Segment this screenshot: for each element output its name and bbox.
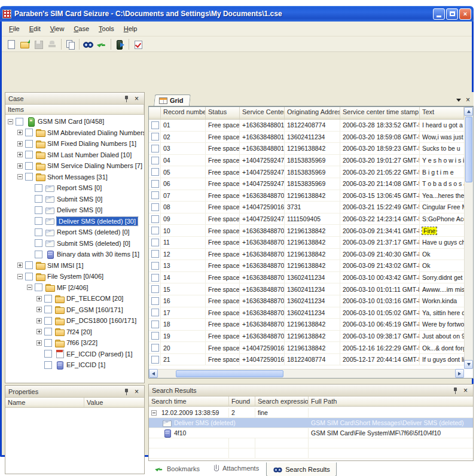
copy-button[interactable]	[63, 38, 77, 51]
checkbox[interactable]	[25, 273, 33, 280]
grid-row[interactable]: 03Free space+16363848801121961388422006-…	[149, 143, 464, 155]
tree-item[interactable]: Submit SMS (deleted) [0]	[5, 238, 144, 249]
pin-button[interactable]	[122, 94, 131, 103]
collapse-icon[interactable]	[17, 174, 23, 179]
tab-search-results[interactable]: Search Results	[266, 462, 337, 476]
checkbox[interactable]	[25, 261, 33, 269]
checkbox[interactable]	[151, 133, 159, 141]
tree-item[interactable]: DF_DCS1800 [160/171]	[5, 315, 144, 327]
checkbox[interactable]	[44, 295, 52, 303]
checkbox[interactable]	[151, 309, 159, 316]
expand-icon[interactable]	[36, 307, 42, 312]
checkbox[interactable]	[25, 129, 33, 136]
checkbox[interactable]	[35, 228, 42, 236]
grid-row[interactable]: 11Free space+16363848870121961388422006-…	[149, 237, 464, 249]
grid-row[interactable]: 15Free space+16363848870136024112342006-…	[149, 283, 464, 295]
expand-icon[interactable]	[36, 340, 42, 346]
close-button[interactable]: ×	[459, 8, 471, 20]
expand-icon[interactable]	[36, 329, 42, 334]
grid-row[interactable]: 13Free space+16363848870121961388422006-…	[149, 260, 464, 272]
checkbox[interactable]	[151, 344, 159, 352]
grid-row[interactable]: 09Free space+1404725924711115094052006-0…	[149, 213, 464, 225]
tree-item[interactable]: SIM IMSI [1]	[5, 260, 144, 271]
checkbox[interactable]	[151, 203, 159, 211]
tree-item[interactable]: 7f66 [3/22]	[5, 337, 144, 349]
tree-item[interactable]: GSM SIM Card [0/458]	[5, 116, 144, 127]
tree-item[interactable]: SIM Abbreviated Dialing Numbers ...	[5, 127, 144, 139]
checkbox[interactable]	[151, 239, 159, 246]
grid-row[interactable]: 10Free space+16363848870121961388422006-…	[149, 225, 464, 237]
tree-item[interactable]: SIM Last Number Dialed [10]	[5, 149, 144, 161]
menu-item-tools[interactable]: Tools	[94, 23, 119, 34]
expand-icon[interactable]	[17, 263, 23, 268]
tree-item[interactable]: Short Messages [31]	[5, 172, 144, 183]
checkbox[interactable]	[25, 173, 33, 181]
tree-item[interactable]: File System [0/406]	[5, 271, 144, 282]
expand-icon[interactable]	[17, 130, 23, 135]
tab-bookmarks[interactable]: Bookmarks	[148, 462, 206, 475]
grid-row[interactable]: 04Free space+14047259247181538359692006-…	[149, 155, 464, 167]
tree-item[interactable]: Report SMS (deleted) [0]	[5, 227, 144, 238]
column-header-status[interactable]: Status	[206, 107, 240, 119]
options-button[interactable]	[131, 38, 145, 51]
checkbox[interactable]	[44, 339, 52, 347]
search-close-button[interactable]: ×	[461, 386, 470, 395]
checkbox[interactable]	[35, 184, 42, 192]
grid-row[interactable]: 14Free space+16363848870136024112342006-…	[149, 272, 464, 284]
name-column-header[interactable]: Name	[5, 398, 84, 407]
open-folder-button[interactable]	[18, 38, 32, 51]
scroll-right-button[interactable]	[455, 369, 464, 378]
checkbox[interactable]	[151, 356, 159, 364]
minimize-button[interactable]	[433, 8, 445, 20]
checkbox[interactable]	[44, 306, 52, 313]
checkbox[interactable]	[35, 283, 42, 291]
menu-item-view[interactable]: View	[45, 23, 69, 34]
value-column-header[interactable]: Value	[84, 398, 105, 407]
search-result-row[interactable]: Deliver SMS (deleted)GSM SIM Card\Short …	[149, 418, 473, 428]
tree-item[interactable]: 7f24 [20]	[5, 327, 144, 338]
grid-vertical-scrollbar[interactable]	[464, 107, 473, 369]
checkbox[interactable]	[151, 285, 159, 293]
search-button[interactable]	[81, 38, 95, 51]
tree-item[interactable]: SIM Fixed Dialing Numbers [1]	[5, 138, 144, 149]
checkbox[interactable]	[151, 321, 159, 328]
column-header-time[interactable]: Service center time stamp	[340, 107, 420, 119]
grid-row[interactable]: 01Free space+16363848801181224087742006-…	[149, 120, 464, 132]
checkbox[interactable]	[35, 239, 42, 247]
column-header-expr[interactable]: Search expression	[255, 396, 309, 406]
expand-icon[interactable]	[17, 163, 23, 169]
checkbox[interactable]	[151, 332, 159, 340]
checkbox[interactable]	[151, 157, 159, 164]
collapse-icon[interactable]	[17, 274, 23, 279]
checkbox[interactable]	[35, 206, 42, 214]
tree-item[interactable]: DF_TELECOM [20]	[5, 293, 144, 304]
checkbox[interactable]	[44, 328, 52, 335]
checkbox[interactable]	[44, 317, 52, 325]
column-header-time[interactable]: Search time	[149, 396, 229, 406]
grid-close-icon[interactable]: ×	[466, 96, 470, 103]
checkbox[interactable]	[35, 195, 42, 203]
checkbox[interactable]	[151, 121, 159, 129]
checkbox[interactable]	[25, 140, 33, 148]
checkbox[interactable]	[151, 297, 159, 305]
menu-item-case[interactable]: Case	[69, 23, 94, 34]
column-header-center[interactable]: Service Center	[240, 107, 285, 119]
tree-item[interactable]: EF_ICCID [1]	[5, 359, 144, 371]
pin-button[interactable]	[122, 387, 131, 396]
checkbox[interactable]	[151, 168, 159, 176]
grid-row[interactable]: 08Free space+1404725901637312006-03-21 1…	[149, 202, 464, 213]
properties-close-button[interactable]: ×	[132, 387, 141, 396]
grid-row[interactable]: 21Free space+14047259016181224087742005-…	[149, 354, 464, 366]
menu-item-help[interactable]: Help	[119, 23, 142, 34]
checkbox[interactable]	[35, 251, 42, 258]
checkbox[interactable]	[44, 361, 52, 369]
vertical-scroll-thumb[interactable]	[465, 117, 472, 182]
grid-row[interactable]: 20Free space+14047259016121961388422005-…	[149, 342, 464, 354]
grid-row[interactable]: 17Free space+16363848870136024112342006-…	[149, 307, 464, 319]
title-bar[interactable]: Paraben's SIM Card Seizure - C:\Document…	[0, 6, 474, 22]
select-all-column-header[interactable]	[149, 107, 161, 119]
column-header-orig[interactable]: Originating Address	[285, 107, 340, 119]
search-result-row[interactable]: 4f10GSM SIM Card\File System\MF\7f66\5f1…	[149, 428, 473, 438]
grid-row[interactable]: 16Free space+16363848870136024112342006-…	[149, 295, 464, 307]
column-header-found[interactable]: Found	[229, 396, 255, 406]
